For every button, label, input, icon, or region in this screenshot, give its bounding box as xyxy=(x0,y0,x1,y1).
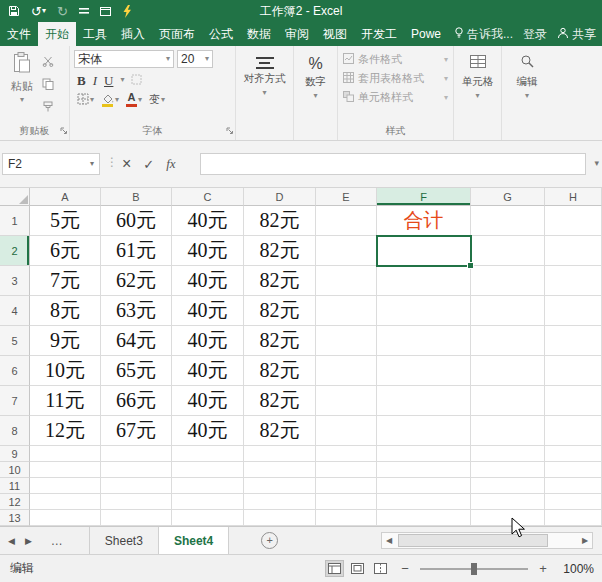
row-header-13[interactable]: 13 xyxy=(0,510,30,526)
cell-G2[interactable] xyxy=(471,236,545,266)
cell-C3[interactable]: 40元 xyxy=(172,266,244,296)
cell-A8[interactable]: 12元 xyxy=(30,416,101,446)
cell-G4[interactable] xyxy=(471,296,545,326)
editing-button[interactable]: 编辑 ▾ xyxy=(504,50,550,126)
cell-B3[interactable]: 62元 xyxy=(101,266,172,296)
row-header-3[interactable]: 3 xyxy=(0,266,30,296)
cell-C1[interactable]: 40元 xyxy=(172,206,244,236)
cell-B7[interactable]: 66元 xyxy=(101,386,172,416)
underline-button[interactable]: U xyxy=(104,74,113,87)
normal-view-icon[interactable] xyxy=(325,560,344,577)
row-header-8[interactable]: 8 xyxy=(0,416,30,446)
tell-me-box[interactable]: 告诉我... xyxy=(454,26,513,43)
name-box[interactable]: F2 ▾ xyxy=(2,153,100,175)
cell-G3[interactable] xyxy=(471,266,545,296)
cell-D10[interactable] xyxy=(244,462,316,478)
cell-B2[interactable]: 61元 xyxy=(101,236,172,266)
cell-C6[interactable]: 40元 xyxy=(172,356,244,386)
enter-button[interactable]: ✓ xyxy=(143,157,154,172)
insert-function-button[interactable]: fx xyxy=(166,156,175,172)
ribbon-tab-review[interactable]: 审阅 xyxy=(278,22,316,46)
ribbon-tab-formulas[interactable]: 公式 xyxy=(202,22,240,46)
dialog-launcher-icon[interactable] xyxy=(226,120,233,138)
bold-button[interactable]: B xyxy=(77,74,86,87)
cell-F11[interactable] xyxy=(377,478,471,494)
cell-E8[interactable] xyxy=(316,416,377,446)
font-color-button[interactable]: A ▾ xyxy=(126,92,142,107)
row-header-12[interactable]: 12 xyxy=(0,494,30,510)
fill-color-button[interactable]: ▾ xyxy=(101,93,119,107)
cell-E7[interactable] xyxy=(316,386,377,416)
sheet-tab-Sheet4[interactable]: Sheet4 xyxy=(159,527,229,554)
cancel-button[interactable]: × xyxy=(122,155,131,173)
column-header-F[interactable]: F xyxy=(377,188,471,206)
cell-A7[interactable]: 11元 xyxy=(30,386,101,416)
cell-C12[interactable] xyxy=(172,494,244,510)
drag-handle-icon[interactable]: ⋮ xyxy=(106,155,118,169)
number-format-button[interactable]: % 数字 ▾ xyxy=(296,50,335,126)
cell-G13[interactable] xyxy=(471,510,545,526)
cell-G11[interactable] xyxy=(471,478,545,494)
italic-button[interactable]: I xyxy=(93,74,97,87)
cell-F9[interactable] xyxy=(377,446,471,462)
scrollbar-track[interactable] xyxy=(396,533,578,548)
row-header-7[interactable]: 7 xyxy=(0,386,30,416)
cell-E5[interactable] xyxy=(316,326,377,356)
cell-B12[interactable] xyxy=(101,494,172,510)
cells-button[interactable]: 单元格 ▾ xyxy=(456,50,499,126)
cell-E11[interactable] xyxy=(316,478,377,494)
sheet-nav-right-icon[interactable]: ▶ xyxy=(20,536,37,546)
row-header-11[interactable]: 11 xyxy=(0,478,30,494)
alignment-button[interactable]: 对齐方式 ▾ xyxy=(238,50,291,126)
page-layout-icon[interactable] xyxy=(348,560,367,577)
cell-D5[interactable]: 82元 xyxy=(244,326,316,356)
cell-D7[interactable]: 82元 xyxy=(244,386,316,416)
row-header-5[interactable]: 5 xyxy=(0,326,30,356)
cell-D9[interactable] xyxy=(244,446,316,462)
cell-G7[interactable] xyxy=(471,386,545,416)
cell-F3[interactable] xyxy=(377,266,471,296)
cell-C7[interactable]: 40元 xyxy=(172,386,244,416)
cell-F1[interactable]: 合计 xyxy=(377,206,471,236)
font-size-select[interactable]: 20 ▾ xyxy=(177,50,213,68)
cell-G6[interactable] xyxy=(471,356,545,386)
cell-B10[interactable] xyxy=(101,462,172,478)
copy-icon[interactable] xyxy=(42,76,54,94)
cell-A6[interactable]: 10元 xyxy=(30,356,101,386)
cell-E10[interactable] xyxy=(316,462,377,478)
cell-H9[interactable] xyxy=(545,446,602,462)
cell-D2[interactable]: 82元 xyxy=(244,236,316,266)
cell-H13[interactable] xyxy=(545,510,602,526)
row-header-10[interactable]: 10 xyxy=(0,462,30,478)
select-all-button[interactable] xyxy=(0,188,30,206)
cell-A12[interactable] xyxy=(30,494,101,510)
cell-C9[interactable] xyxy=(172,446,244,462)
share-button[interactable]: 共享 xyxy=(557,26,596,43)
cell-D8[interactable]: 82元 xyxy=(244,416,316,446)
cell-E1[interactable] xyxy=(316,206,377,236)
ribbon-tab-page-layout[interactable]: 页面布 xyxy=(152,22,202,46)
cell-F10[interactable] xyxy=(377,462,471,478)
scroll-left-icon[interactable]: ◀ xyxy=(382,536,396,545)
sign-in-button[interactable]: 登录 xyxy=(523,26,547,43)
row-header-1[interactable]: 1 xyxy=(0,206,30,236)
cell-H2[interactable] xyxy=(545,236,602,266)
lightning-icon[interactable] xyxy=(122,5,132,18)
zoom-in-button[interactable]: + xyxy=(537,561,549,576)
cell-F5[interactable] xyxy=(377,326,471,356)
window-icon[interactable] xyxy=(100,7,111,16)
phonetic-guide-button[interactable]: 变 ▾ xyxy=(149,94,165,105)
row-header-6[interactable]: 6 xyxy=(0,356,30,386)
row-header-9[interactable]: 9 xyxy=(0,446,30,462)
column-header-G[interactable]: G xyxy=(471,188,545,206)
font-name-select[interactable]: 宋体 ▾ xyxy=(74,50,174,68)
cell-E6[interactable] xyxy=(316,356,377,386)
cell-C13[interactable] xyxy=(172,510,244,526)
cell-A4[interactable]: 8元 xyxy=(30,296,101,326)
ribbon-tab-home[interactable]: 开始 xyxy=(38,22,76,46)
cell-A5[interactable]: 9元 xyxy=(30,326,101,356)
cell-B11[interactable] xyxy=(101,478,172,494)
cell-B4[interactable]: 63元 xyxy=(101,296,172,326)
cell-C2[interactable]: 40元 xyxy=(172,236,244,266)
sheet-tab-Sheet3[interactable]: Sheet3 xyxy=(89,527,159,554)
